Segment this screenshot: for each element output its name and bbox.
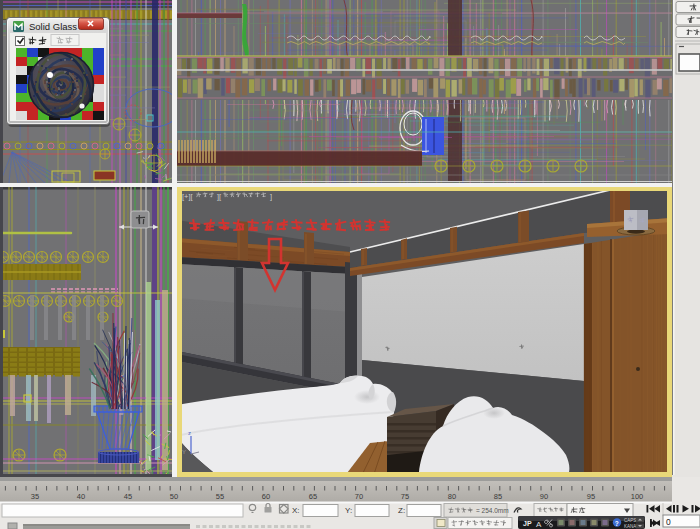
svg-text:Y:: Y: bbox=[345, 506, 352, 515]
svg-text:100: 100 bbox=[631, 492, 644, 501]
svg-text:KANA: KANA bbox=[624, 524, 636, 529]
svg-text:85: 85 bbox=[494, 492, 502, 501]
svg-text:60: 60 bbox=[262, 492, 270, 501]
svg-text:A: A bbox=[536, 520, 542, 529]
svg-text:75: 75 bbox=[401, 492, 409, 501]
svg-text:40: 40 bbox=[77, 492, 85, 501]
svg-text:0: 0 bbox=[666, 517, 671, 527]
svg-text:80: 80 bbox=[448, 492, 456, 501]
svg-text:CAPS: CAPS bbox=[624, 518, 636, 523]
svg-text:65: 65 bbox=[309, 492, 317, 501]
svg-text:JP: JP bbox=[523, 520, 532, 527]
svg-text:45: 45 bbox=[124, 492, 132, 501]
svg-text:Z:: Z: bbox=[398, 506, 405, 515]
svg-text:90: 90 bbox=[540, 492, 548, 501]
svg-text:[+][: [+][ bbox=[182, 192, 194, 201]
svg-text:50: 50 bbox=[170, 492, 178, 501]
svg-text:95: 95 bbox=[587, 492, 595, 501]
svg-text:= 254.0mm: = 254.0mm bbox=[476, 507, 509, 514]
svg-text:z: z bbox=[188, 430, 191, 436]
svg-text:55: 55 bbox=[216, 492, 224, 501]
svg-text:Solid Glass: Solid Glass bbox=[29, 21, 77, 32]
svg-text:]: ] bbox=[270, 192, 272, 201]
svg-text:35: 35 bbox=[31, 492, 39, 501]
svg-text:X:: X: bbox=[292, 506, 300, 515]
svg-text:70: 70 bbox=[355, 492, 363, 501]
svg-text:?: ? bbox=[615, 520, 619, 527]
